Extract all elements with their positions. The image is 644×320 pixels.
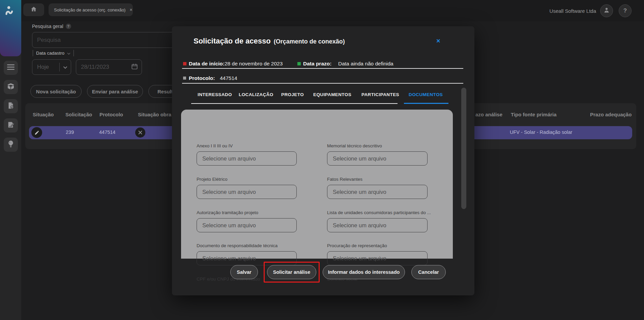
tab-participantes[interactable]: PARTICIPANTES	[361, 92, 399, 97]
open-tab-chip[interactable]: Solicitação de acesso (orç. conexão) ×	[49, 3, 133, 16]
lightbulb-icon	[7, 140, 14, 149]
close-tab-icon[interactable]: ×	[129, 7, 132, 12]
field-label: Anexo I II III ou IV	[197, 143, 233, 148]
field-label: Procuração de representação	[327, 243, 387, 248]
help-button[interactable]: ?	[619, 4, 632, 17]
column-header-situacao: Situação	[33, 112, 54, 117]
sidebar-item-menu[interactable]	[4, 61, 18, 75]
menu-icon	[7, 64, 14, 71]
modal-scrollbar[interactable]	[461, 88, 466, 209]
file-input-projeto-eletrico[interactable]: Selecione um arquivo	[197, 185, 297, 199]
company-name: Useall Software Ltda	[550, 8, 596, 14]
cell-protocolo: 447514	[99, 129, 115, 135]
new-request-button[interactable]: Nova solicitação	[30, 85, 82, 98]
modal-subtitle: (Orçamento de conexão)	[274, 38, 345, 45]
cell-tipo-fonte: UFV - Solar - Radiação solar	[510, 129, 572, 135]
field-label: Projeto Elétrico	[197, 177, 228, 182]
chevron-down-icon	[60, 64, 71, 70]
start-date-label: Data de início:	[189, 61, 225, 67]
file-input-autorizacao[interactable]: Selecione um arquivo	[197, 218, 297, 232]
edit-row-icon[interactable]	[31, 127, 42, 138]
send-to-analysis-button[interactable]: Enviar para análise	[87, 85, 143, 98]
tab-projeto[interactable]: PROJETO	[281, 92, 304, 97]
tab-interessado[interactable]: INTERESSADO	[198, 92, 232, 97]
date-input[interactable]	[76, 60, 123, 74]
package-icon	[7, 83, 15, 91]
cell-solicitacao: 239	[66, 129, 74, 135]
column-header-prazo-adequacao: Prazo adequação	[590, 112, 632, 117]
open-tab-label: Solicitação de acesso (orç. conexão)	[54, 7, 125, 12]
field-label: Lista de unidades consumidoras participa…	[327, 210, 431, 215]
sidebar-item-ideas[interactable]	[4, 138, 18, 152]
sidebar-item-document-edit[interactable]	[4, 118, 18, 133]
tab-equipamentos[interactable]: EQUIPAMENTOS	[313, 92, 351, 97]
date-preset-select[interactable]: Hoje	[32, 59, 71, 75]
field-label: Autorização tramitação projeto	[197, 210, 258, 215]
sidebar-item-requests[interactable]	[4, 80, 18, 94]
protocol-value: 447514	[220, 75, 237, 81]
field-label: Documento de responsabilidade técnica	[197, 243, 277, 248]
due-date-value: Data ainda não definida	[338, 61, 393, 67]
save-button[interactable]: Salvar	[230, 265, 258, 279]
divider	[182, 68, 463, 69]
date-type-select[interactable]: Data cadastro	[33, 50, 74, 56]
tabs-underline	[191, 103, 398, 104]
due-date-label: Data prazo:	[303, 61, 331, 67]
app-logo[interactable]	[0, 0, 21, 56]
file-input-procuracao[interactable]: Selecione um arquivo	[327, 251, 428, 265]
home-button[interactable]	[23, 3, 44, 16]
modal-close-icon[interactable]: ×	[436, 37, 440, 45]
tab-localizacao[interactable]: LOCALIZAÇÃO	[239, 92, 273, 97]
protocol-marker	[183, 77, 186, 80]
column-header-prazo-analise: azo análise	[475, 112, 502, 117]
user-profile-button[interactable]	[600, 4, 613, 17]
document-check-icon	[7, 102, 14, 111]
column-header-situacao-obra: Situação obra	[138, 112, 171, 117]
divider	[182, 83, 463, 84]
request-analysis-button[interactable]: Solicitar análise	[267, 265, 316, 279]
file-input-lista-unidades[interactable]: Selecione um arquivo	[327, 218, 428, 232]
file-input-memorial[interactable]: Selecione um arquivo	[327, 151, 428, 166]
column-header-solicitacao: Solicitação	[65, 112, 92, 117]
user-icon	[603, 6, 610, 16]
protocol-label: Protocolo:	[189, 75, 215, 81]
home-icon	[30, 6, 37, 14]
active-tab-underline	[404, 103, 448, 104]
column-header-tipo-fonte: Tipo fonte primária	[511, 112, 557, 117]
sidebar-item-document-check[interactable]	[4, 99, 18, 113]
due-date-marker	[297, 62, 301, 65]
chevron-down-icon	[67, 51, 70, 56]
tab-documentos[interactable]: DOCUMENTOS	[409, 92, 443, 97]
help-tooltip-icon[interactable]: ?	[66, 24, 71, 29]
start-date-value: 28 de novembro de 2023	[225, 61, 283, 67]
app-root: Solicitação de acesso (orç. conexão) × U…	[0, 0, 644, 320]
modal-title: Solicitação de acesso	[194, 37, 271, 46]
general-search-label: Pesquisa geral ?	[32, 24, 71, 29]
column-header-protocolo: Protocolo	[99, 112, 123, 117]
document-edit-icon	[7, 121, 14, 130]
question-icon: ?	[623, 7, 627, 14]
field-label: Memorial técnico descritivo	[327, 143, 382, 148]
calendar-icon[interactable]	[131, 63, 142, 71]
cancel-button[interactable]: Cancelar	[411, 265, 446, 279]
file-input-fatos-relevantes[interactable]: Selecione um arquivo	[327, 185, 428, 199]
start-date-marker	[183, 62, 186, 65]
inform-interested-button[interactable]: Informar dados do interessado	[323, 265, 405, 279]
status-x-icon[interactable]	[135, 127, 145, 138]
field-label: Fatos Relevantes	[327, 177, 362, 182]
access-request-modal: Solicitação de acesso (Orçamento de cone…	[172, 26, 474, 295]
modal-title-row: Solicitação de acesso (Orçamento de cone…	[194, 37, 345, 46]
documents-form-panel: Anexo I II III ou IV Selecione um arquiv…	[181, 110, 453, 259]
date-picker-field[interactable]	[76, 59, 142, 75]
file-input-anexo[interactable]: Selecione um arquivo	[197, 151, 297, 166]
